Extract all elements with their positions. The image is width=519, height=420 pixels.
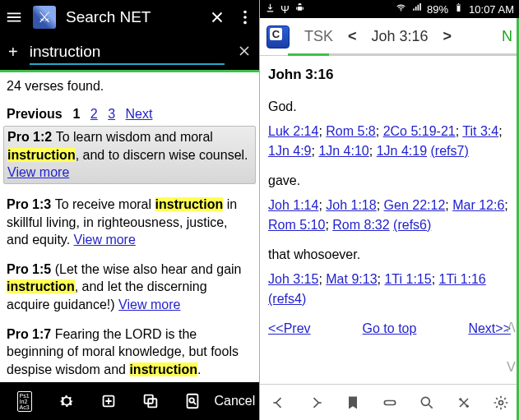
left-pane: ⚔ Search NET + 24 verses found. Previous… [0,0,259,420]
clear-search-icon[interactable] [236,43,253,62]
wifi-icon [396,2,406,16]
battery-icon [453,2,464,16]
next-chapter-icon[interactable]: > [443,28,452,45]
svg-rect-9 [298,7,302,11]
close-icon[interactable] [208,8,226,26]
cancel-button[interactable]: Cancel [221,388,248,414]
prev-chapter-icon[interactable]: < [348,28,357,45]
settings-icon[interactable] [488,390,514,416]
right-app-bar: TSK < Joh 3:16 > N [260,18,519,56]
app-title: Search NET [66,8,198,26]
overflow-menu-icon[interactable] [236,8,254,26]
svg-rect-16 [384,400,395,404]
svg-point-19 [466,404,468,407]
next-page-link[interactable]: Next>> [468,319,511,339]
search-icon[interactable] [414,390,440,416]
module-icon[interactable] [266,25,290,48]
tools-icon[interactable] [451,390,477,416]
search-bar: + [0,35,259,72]
page-nav-row: <<Prev Go to top Next>> [268,319,511,339]
settings-icon[interactable] [53,388,80,414]
scroll-down-icon[interactable]: ᐯ [507,358,516,377]
menu-icon[interactable] [5,8,23,26]
status-time: 10:07 AM [469,3,514,16]
cross-reference-link[interactable]: 1Jn 4:9 [268,144,311,158]
view-more-link[interactable]: View more [118,298,180,312]
cross-reference-link[interactable]: Joh 1:18 [326,198,376,212]
bookmark-icon[interactable] [340,390,366,416]
cross-reference-link[interactable]: 1Jn 4:10 [318,144,368,158]
view-more-link[interactable]: View more [7,165,69,179]
section-word: God. [268,97,511,117]
cross-reference-link[interactable]: Mar 12:6 [452,198,504,212]
strongs-icon[interactable]: Ps1In2Ac3 [12,388,38,414]
cross-reference-link[interactable]: Rom 5:8 [326,124,375,138]
refs-group-link[interactable]: (refs6) [393,218,431,232]
section-refs: Joh 1:14; Joh 1:18; Gen 22:12; Mar 12:6;… [268,196,511,235]
passage-selector[interactable]: Joh 3:16 [372,28,429,45]
translation-indicator[interactable]: N [502,28,512,45]
cross-reference-link[interactable]: Rom 8:32 [332,218,389,232]
refs-group-link[interactable]: (refs7) [431,144,469,158]
copy-icon[interactable] [137,388,164,414]
cross-reference-link[interactable]: 1Jn 4:19 [377,144,427,158]
right-pane: Ψ 89% 10:07 AM TSK < Joh 3:16 > N John 3… [259,0,519,420]
pager-page-link[interactable]: 3 [108,107,115,121]
refs-group-link[interactable]: (refs4) [268,292,306,306]
left-app-bar: ⚔ Search NET [0,0,259,35]
pager-next-link[interactable]: Next [126,107,153,121]
fullscreen-icon[interactable] [377,390,403,416]
pager: Previous 1 2 3 Next [7,105,253,123]
svg-rect-14 [457,6,460,12]
result-reference: Pro 1:7 [7,327,55,341]
find-in-page-icon[interactable] [179,388,206,414]
passage-title: John 3:16 [268,64,511,85]
cross-reference-link[interactable]: Tit 3:4 [462,124,498,138]
back-icon[interactable] [266,390,292,416]
result-reference: Pro 1:5 [7,262,55,276]
cross-reference-link[interactable]: 1Ti 1:16 [439,272,486,286]
svg-point-0 [243,11,247,14]
highlight: instruction [7,148,76,162]
cross-reference-link[interactable]: Rom 5:10 [268,218,325,232]
add-tab-icon[interactable]: + [8,43,18,62]
svg-point-12 [401,10,402,12]
pager-page-link[interactable]: 2 [90,107,98,121]
cross-reference-link[interactable]: Mat 9:13 [326,272,377,286]
cross-reference-link[interactable]: Gen 22:12 [384,198,446,212]
svg-rect-10 [296,7,297,9]
cross-reference-link[interactable]: Joh 3:15 [268,272,318,286]
search-result[interactable]: Pro 1:2 To learn wisdom and moral instru… [3,126,256,184]
svg-point-18 [459,398,461,400]
module-name[interactable]: TSK [304,28,333,45]
cross-reference-link[interactable]: 1Ti 1:15 [384,272,431,286]
cross-reference-link[interactable]: 2Co 5:19-21 [383,124,456,138]
search-results: 24 verses found. Previous 1 2 3 Next Pro… [0,72,259,382]
right-content: John 3:16 God.Luk 2:14; Rom 5:8; 2Co 5:1… [260,56,519,384]
app-logo-icon: ⚔ [33,6,56,29]
right-bottom-bar [260,384,519,420]
forward-icon[interactable] [303,390,329,416]
result-reference: Pro 1:2 [7,130,56,144]
usb-icon: Ψ [280,3,290,16]
search-result[interactable]: Pro 1:5 (Let the wise also hear and gain… [7,261,253,314]
view-more-link[interactable]: View more [74,233,136,247]
add-bookmark-icon[interactable] [95,388,122,414]
svg-point-20 [498,400,503,404]
results-count: 24 verses found. [7,77,253,95]
svg-point-1 [243,16,247,19]
battery-percent: 89% [427,3,448,16]
svg-rect-15 [458,3,459,4]
go-to-top-link[interactable]: Go to top [363,319,417,339]
left-bottom-bar: Ps1In2Ac3 Cancel [0,382,259,420]
android-status-bar: Ψ 89% 10:07 AM [260,0,519,18]
search-input[interactable] [30,40,225,65]
scroll-up-icon[interactable]: ᐱ [507,318,516,338]
search-result[interactable]: Pro 1:7 Fearing the LORD is the beginnin… [7,325,253,379]
cross-reference-link[interactable]: Luk 2:14 [268,124,318,138]
scroll-hints: ᐱ ᐯ [507,318,516,377]
cross-reference-link[interactable]: Joh 1:14 [268,198,318,212]
prev-page-link[interactable]: <<Prev [268,319,311,339]
search-result[interactable]: Pro 1:3 To receive moral instruction in … [7,196,253,249]
section-word: gave. [268,171,511,191]
